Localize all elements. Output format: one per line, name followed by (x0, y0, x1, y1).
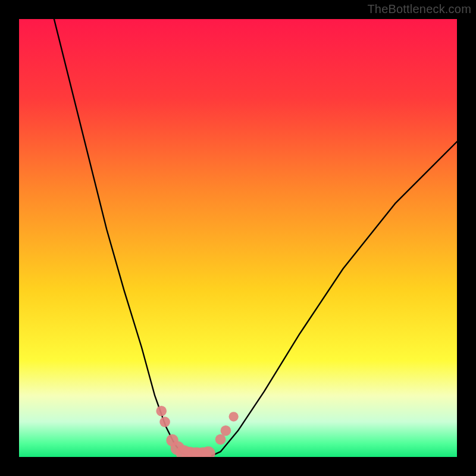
gradient-background (19, 19, 457, 457)
watermark-text: TheBottleneck.com (367, 2, 471, 16)
plot-area (19, 19, 457, 457)
valley-marker (221, 425, 231, 436)
valley-marker (229, 412, 239, 421)
valley-marker (159, 416, 170, 427)
valley-marker (156, 406, 167, 416)
outer-frame: TheBottleneck.com (0, 0, 476, 476)
chart-svg (19, 19, 457, 457)
valley-marker (215, 434, 226, 445)
